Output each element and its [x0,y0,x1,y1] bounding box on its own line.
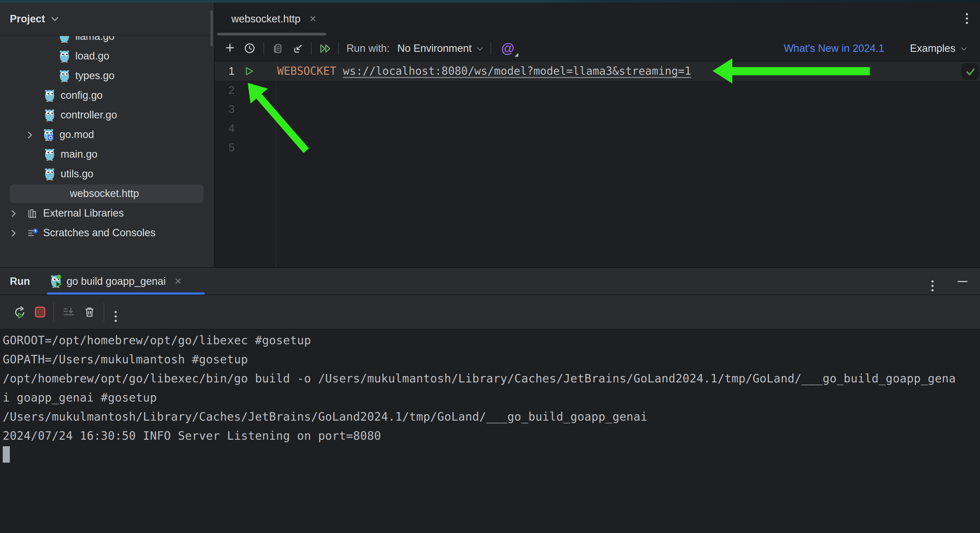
go-file-icon [58,36,70,43]
history-icon[interactable] [244,43,255,54]
chevron-right-icon[interactable] [8,211,16,216]
line-number: 1 [215,62,235,81]
tree-item-config-go[interactable]: config.go [0,86,214,105]
libraries-icon [26,208,38,219]
run-options-kebab-icon[interactable] [931,280,934,283]
editor-options-kebab-icon[interactable] [966,13,968,15]
request-ok-badge [961,63,979,80]
http-client-toolbar: + Run with: No Environment @ What's New … [215,35,980,62]
run-toolbar [0,294,980,329]
toolbar-separator [54,303,54,321]
toolbar-separator [491,42,492,55]
window-top-edge [0,0,980,3]
go-file-icon [44,148,56,161]
stop-icon[interactable] [35,307,45,318]
project-tool-window: Project llama.go load.go types.go config… [0,3,215,267]
console-line: 2024/07/24 16:30:50 INFO Server Listenin… [3,426,980,446]
minimize-icon[interactable] [958,281,967,282]
console-line: /Users/mukulmantosh/Library/Caches/JetBr… [3,407,980,426]
go-build-run-icon [50,274,62,288]
console-line: GOROOT=/opt/homebrew/opt/go/libexec #gos… [3,331,980,350]
editor-tab-websocket-http[interactable]: websocket.http ✕ [217,3,326,35]
line-number: 2 [215,81,235,100]
whats-new-link[interactable]: What's New in 2024.1 [784,42,884,54]
console-line: /opt/homebrew/opt/go/libexec/bin/go buil… [3,369,980,388]
editor-tab-title: websocket.http [231,13,301,25]
tree-item-scratches-consoles[interactable]: Scratches and Consoles [0,223,214,243]
annotation-arrow-play [239,75,315,158]
clear-console-trash-icon[interactable] [83,306,95,318]
copy-request-icon[interactable] [272,43,283,54]
chevron-down-icon [961,45,967,50]
run-all-requests-icon[interactable] [319,43,332,54]
go-file-icon [58,69,70,83]
request-line[interactable]: WEBSOCKET ws://localhost:8080/ws/model?m… [277,62,691,81]
tree-item-controller-go[interactable]: controller.go [0,105,214,125]
rerun-icon[interactable] [13,305,27,319]
console-line: GOPATH=/Users/mukulmantosh #gosetup [3,350,980,369]
run-console-output[interactable]: GOROOT=/opt/homebrew/opt/go/libexec #gos… [0,329,980,533]
run-tool-window: Run go build goapp_genai ✕ [0,267,980,329]
tree-item-utils-go[interactable]: utils.go [0,164,214,184]
add-request-button[interactable]: + [225,38,235,56]
annotation-arrow-url [713,58,870,83]
toolbar-separator [338,42,339,55]
tree-item-websocket-http[interactable]: websocket.http [0,184,214,204]
line-number: 4 [215,119,235,138]
import-requests-icon[interactable] [293,43,304,54]
request-url[interactable]: ws://localhost:8080/ws/model?model=llama… [343,64,691,78]
ide-window: Project llama.go load.go types.go config… [0,0,980,533]
environment-select[interactable]: No Environment [397,42,482,54]
toolbar-separator [104,303,104,321]
text-cursor [3,446,10,463]
tree-item-llama-go[interactable]: llama.go [0,36,214,46]
console-cursor-line [3,446,980,465]
run-request-play-icon[interactable] [243,65,255,77]
toolbar-separator [264,42,264,55]
editor-code-area[interactable]: 1 2 3 4 5 WEBSOCKET ws://localhost:8080/… [215,62,980,267]
check-icon [964,66,976,77]
chevron-right-icon[interactable] [8,231,16,235]
run-with-label: Run with: [347,42,390,54]
close-icon[interactable]: ✕ [309,15,317,24]
project-panel-header[interactable]: Project [0,3,214,35]
gutter-separator [275,62,276,267]
scratches-icon [26,227,38,239]
project-tree: llama.go load.go types.go config.go cont… [0,36,214,267]
run-panel-title: Run [10,275,30,287]
chevron-down-icon [477,45,483,50]
line-number: 5 [215,138,235,157]
scroll-to-end-icon[interactable] [62,306,75,318]
scrollbar-thumb[interactable] [211,10,213,46]
tree-item-load-go[interactable]: load.go [0,46,214,66]
editor-pane: websocket.http ✕ + Run with: No Environm… [215,3,980,267]
go-file-icon [44,167,56,181]
chevron-right-icon[interactable] [24,132,33,137]
go-mod-icon [43,128,54,141]
close-icon[interactable]: ✕ [174,277,182,286]
go-file-icon [44,108,56,122]
toolbar-separator [311,42,312,55]
tree-item-main-go[interactable]: main.go [0,145,214,164]
editor-tab-bar: websocket.http ✕ [215,3,980,35]
run-tab-go-build[interactable]: go build goapp_genai ✕ [43,267,188,295]
run-panel-header: Run go build goapp_genai ✕ [0,267,980,294]
more-options-kebab-icon[interactable] [115,311,117,313]
tree-item-external-libraries[interactable]: External Libraries [0,204,214,223]
chevron-down-icon [52,14,58,21]
project-panel-title[interactable]: Project [10,13,45,25]
tree-item-go-mod[interactable]: go.mod [0,125,214,145]
go-file-icon [44,89,56,102]
console-line: i goapp_genai #gosetup [3,388,980,407]
go-file-icon [58,49,70,63]
tree-item-types-go[interactable]: types.go [0,66,214,86]
request-method: WEBSOCKET [277,64,336,78]
line-number: 3 [215,100,235,119]
ai-assistant-icon[interactable]: @ [501,40,515,56]
examples-dropdown[interactable]: Examples [910,42,966,54]
active-tab-underline [47,293,205,294]
